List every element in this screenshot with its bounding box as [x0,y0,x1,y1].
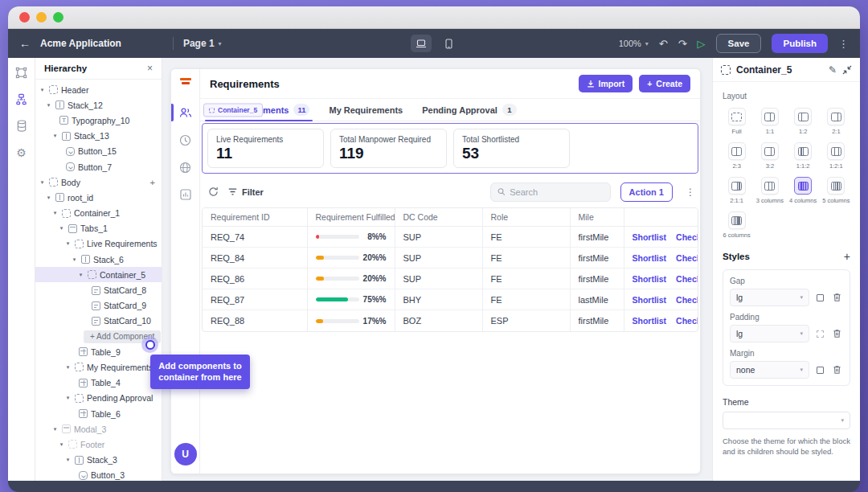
publish-button[interactable]: Publish [772,34,828,53]
layout-option-button-1-1[interactable] [761,108,779,125]
border-box-icon[interactable] [814,327,826,340]
shortlist-link[interactable]: Shortlist [633,232,667,242]
preview-play-icon[interactable]: ▷ [698,39,706,49]
margin-select[interactable]: none▾ [730,361,809,379]
tree-item-button-15[interactable]: Button_15 [35,144,162,159]
tree-item-table-4[interactable]: Table_4 [35,375,162,391]
delete-style-icon[interactable] [831,327,843,340]
layout-option-button-3-2[interactable] [761,142,779,160]
create-button[interactable]: + Create [639,75,690,92]
caret-down-icon[interactable]: ▾ [51,426,59,433]
layout-option-button-3-columns[interactable] [761,177,779,195]
delete-style-icon[interactable] [831,363,843,376]
shortlist-link[interactable]: Shortlist [633,295,667,305]
tree-item-root-id[interactable]: ▾root_id [35,190,162,205]
padding-select[interactable]: lg▾ [730,325,809,342]
import-button[interactable]: Import [579,75,633,92]
tree-item-tabs-1[interactable]: ▾Tabs_1 [35,221,162,236]
zoom-level-selector[interactable]: 100% ▾ [619,39,649,48]
border-box-icon[interactable] [814,363,826,376]
tree-item-container-1[interactable]: ▾Container_1 [35,206,162,221]
settings-gear-icon[interactable]: ⚙ [14,146,28,159]
refresh-icon[interactable] [208,187,219,197]
caret-down-icon[interactable]: ▾ [64,364,72,371]
tab-pending-approval[interactable]: Pending Approval1 [422,99,517,121]
layout-option-button-4-columns[interactable] [794,177,812,195]
undo-icon[interactable]: ↶ [659,39,668,49]
search-input[interactable] [510,187,603,197]
tree-item-footer[interactable]: ▾Footer [35,437,162,452]
caret-down-icon[interactable]: ▾ [39,87,46,93]
caret-down-icon[interactable]: ▾ [45,195,52,201]
shortlist-link[interactable]: Shortlist [633,274,667,284]
tree-item-stack-3[interactable]: ▾Stack_3 [35,453,162,468]
add-child-icon[interactable]: + [150,178,155,187]
user-avatar[interactable]: U [174,443,197,465]
caret-down-icon[interactable]: ▾ [64,457,72,463]
layout-option-button-1-2[interactable] [794,108,812,125]
nav-requirements-item[interactable] [171,100,199,125]
theme-select[interactable]: ▾ [723,412,850,429]
close-icon[interactable]: × [147,63,153,74]
tree-item-header[interactable]: ▾Header [35,82,162,97]
tree-item-stack-13[interactable]: ▾Stack_13 [35,129,162,144]
check-notif-link[interactable]: Check Notif [676,295,698,305]
tree-item-my-requirements[interactable]: ▾My Requirements [35,359,162,375]
layout-option-button-6-columns[interactable] [728,211,746,229]
tree-item-container-5[interactable]: ▾Container_5 [35,267,162,282]
layout-option-button-2-1[interactable] [827,108,845,125]
tree-item-typography-10[interactable]: Typography_10 [35,113,162,128]
page-selector[interactable]: Page 1 ▾ [183,38,222,49]
filter-button[interactable]: Filter [228,187,264,197]
border-box-icon[interactable] [814,291,826,304]
tree-item-statcard-10[interactable]: StatCard_10 [35,314,162,329]
maximize-window-button[interactable] [53,12,63,23]
caret-down-icon[interactable]: ▾ [51,133,59,139]
tree-item-table-6[interactable]: Table_6 [35,406,162,421]
caret-down-icon[interactable]: ▾ [58,441,65,448]
collapse-panel-icon[interactable] [842,65,852,75]
tree-item-live-requirements[interactable]: ▾Live Requirements [35,236,162,252]
check-notif-link[interactable]: Check Notif [676,316,698,326]
tree-item-stack-6[interactable]: ▾Stack_6 [35,252,162,267]
tab-my-requirements[interactable]: My Requirements [329,99,403,121]
check-notif-link[interactable]: Check Notif [676,232,698,242]
caret-down-icon[interactable]: ▾ [58,225,65,232]
caret-down-icon[interactable]: ▾ [64,395,72,401]
nav-globe-item[interactable] [171,155,199,179]
layout-option-button-2-3[interactable] [728,142,746,160]
mobile-view-button[interactable] [440,35,457,52]
nav-reports-item[interactable] [171,182,199,207]
redo-icon[interactable]: ↷ [678,39,687,49]
action-1-button[interactable]: Action 1 [620,182,673,202]
tree-item-stack-12[interactable]: ▾Stack_12 [35,97,162,113]
tree-item-pending-approval[interactable]: ▾Pending Approval [35,391,162,406]
tree-item-statcard-8[interactable]: StatCard_8 [35,282,162,297]
hierarchy-tree-icon[interactable] [14,92,28,106]
layout-option-button-1-2-1[interactable] [827,142,845,160]
stat-card-container[interactable]: Live Requirements11Total Manpower Requir… [202,123,698,174]
check-notif-link[interactable]: Check Notif [676,253,698,263]
desktop-view-button[interactable] [411,35,432,52]
delete-style-icon[interactable] [831,291,843,304]
frame-tool-icon[interactable] [14,66,28,80]
caret-down-icon[interactable]: ▾ [39,179,46,186]
layout-option-button-1-1-2[interactable] [794,142,812,160]
add-style-icon[interactable]: + [844,250,850,263]
tree-item-modal-3[interactable]: ▾Modal_3 [35,421,162,437]
minimize-window-button[interactable] [36,12,47,23]
back-arrow-icon[interactable]: ← [19,37,31,50]
tree-item-button-3[interactable]: Button_3 [35,468,162,481]
tab-live-requirements[interactable]: Live Requirements11Container_5 [210,99,309,121]
edit-pencil-icon[interactable]: ✎ [829,64,837,76]
tree-item-statcard-9[interactable]: StatCard_9 [35,298,162,314]
caret-down-icon[interactable]: ▾ [71,256,78,263]
caret-down-icon[interactable]: ▾ [45,102,52,109]
tree-item-button-7[interactable]: Button_7 [35,159,162,174]
tree-item-body[interactable]: ▾Body+ [35,174,162,190]
layout-option-button-2-1-1[interactable] [728,177,746,195]
database-icon[interactable] [14,119,28,133]
check-notif-link[interactable]: Check Notif [676,274,698,284]
gap-select[interactable]: lg▾ [730,289,809,306]
shortlist-link[interactable]: Shortlist [633,253,667,263]
